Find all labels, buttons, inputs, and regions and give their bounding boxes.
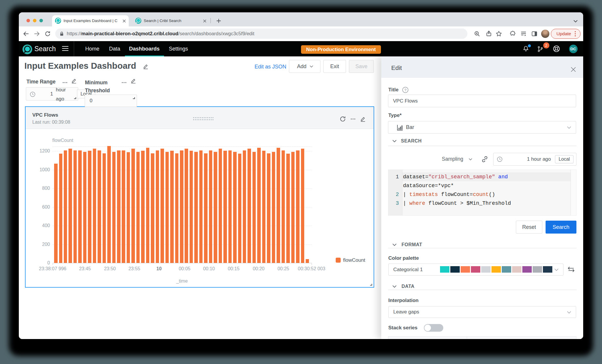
svg-text:?: ? xyxy=(404,88,406,92)
